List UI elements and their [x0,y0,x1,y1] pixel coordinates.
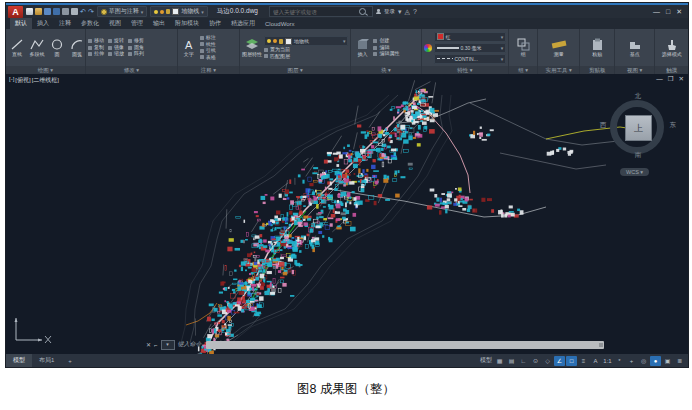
insert-block-tool[interactable]: 插入 [353,38,371,57]
stretch-tool[interactable]: 拉伸 [88,51,104,57]
viewcube[interactable]: 北 上 西 东 南 WCS ▾ [606,92,670,168]
tab-collaborate[interactable]: 协作 [204,18,226,29]
tab-parametric[interactable]: 参数化 [76,18,104,29]
panel-label-annotate[interactable]: 注释 ▾ [178,66,239,74]
scale-tool[interactable]: 缩放 [108,51,124,57]
model-space-badge[interactable]: 模型 [479,356,493,366]
redo-icon[interactable]: ↷ [88,8,94,15]
command-close-icon[interactable]: ✕ [146,341,151,348]
tab-annotate[interactable]: 注释 [54,18,76,29]
group-tool[interactable]: 组 [514,38,532,57]
add-layout-button[interactable]: + [61,354,79,367]
annotation-scale-icon[interactable]: 1:1 [602,356,613,366]
command-wrench-icon[interactable]: ⌐ [154,342,158,348]
search-input[interactable] [273,9,357,15]
command-customize-icon[interactable]: ▾ [161,340,175,350]
array-tool[interactable]: 阵列 [128,51,144,57]
panel-label-groups[interactable]: 组 ▾ [509,66,537,74]
new-file-icon[interactable] [26,8,33,15]
leader-tool[interactable]: 引线 [200,48,216,54]
make-current-tool[interactable]: 置为当前 [264,47,349,53]
close-button[interactable]: ✕ [676,8,682,16]
ortho-icon[interactable]: ∟ [518,356,529,366]
panel-label-view[interactable]: 视图 ▾ [615,66,654,74]
lineweight-icon[interactable]: ≡ [578,356,589,366]
move-tool[interactable]: 移动 [88,38,104,44]
isodraft-icon[interactable]: ◇ [542,356,553,366]
annotation-visibility-icon[interactable]: A [590,356,601,366]
arc-tool[interactable]: 圆弧 [68,38,85,57]
viewcube-west[interactable]: 西 [600,121,607,130]
print-icon[interactable] [71,8,78,15]
measure-tool[interactable]: 测量 [550,38,568,57]
panel-label-block[interactable]: 块 ▾ [351,66,420,74]
line-tool[interactable]: 直线 [8,38,26,57]
drawing-area[interactable]: [-] [俯视] [二维线框] — ❐ ✕ 北 上 西 东 南 WCS ▾ [6,74,688,354]
viewport-restore-button[interactable]: ❐ [668,75,674,83]
panel-label-layers[interactable]: 图层 ▾ [240,66,351,74]
tab-model[interactable]: 模型 [6,354,32,367]
viewport-style-control[interactable]: [二维线框] [32,76,59,85]
isolate-objects-icon[interactable]: ◎ [638,356,649,366]
polar-tracking-icon[interactable]: ⊙ [530,356,541,366]
save-icon[interactable] [44,8,51,15]
workspace-dropdown[interactable]: 草图与注释 ▾ [97,6,148,17]
app-logo-button[interactable]: A [8,6,23,18]
linetype-dropdown[interactable]: CONTIN... ▾ [434,54,507,64]
plot-icon[interactable] [62,8,69,15]
viewport-minimize-control[interactable]: [-] [9,76,14,85]
viewport-minimize-button[interactable]: — [656,75,663,83]
tab-addins[interactable]: 附加模块 [170,18,204,29]
help-icon[interactable]: ? [413,8,417,15]
base-point-tool[interactable]: 基点 [626,38,644,57]
tab-cloudworx[interactable]: CloudWorx [260,18,300,29]
crosshair-icon[interactable]: + [626,356,637,366]
search-icon[interactable] [359,8,366,15]
command-line[interactable]: ✕ ⌐ ▾ 键入命令 [146,339,604,350]
dimension-tool[interactable]: 标注 [200,35,216,41]
viewcube-top-face[interactable]: 上 [625,115,652,141]
share-icon[interactable]: ◬ [404,8,409,16]
layer-dropdown[interactable]: 地物线 ▾ [264,36,349,46]
open-folder-icon[interactable] [35,8,42,15]
customization-icon[interactable]: ≣ [674,356,685,366]
panel-label-utilities[interactable]: 实用工具 ▾ [538,66,579,74]
polyline-tool[interactable]: 多段线 [28,38,46,57]
lineweight-dropdown[interactable]: 0.30 毫米 ▾ [434,43,507,53]
viewcube-south[interactable]: 南 [635,151,642,160]
layer-properties-tool[interactable]: 图层特性 [242,38,262,57]
tab-output[interactable]: 输出 [148,18,170,29]
object-color-dropdown[interactable]: 红 ▾ [434,32,507,42]
command-input[interactable] [206,341,604,349]
object-snap-icon[interactable]: □ [566,356,577,366]
undo-icon[interactable]: ↶ [80,8,86,15]
maximize-button[interactable]: □ [666,8,670,16]
create-block-tool[interactable]: 创建 [373,38,399,44]
snap-mode-icon[interactable]: ▤ [506,356,517,366]
wcs-dropdown[interactable]: WCS ▾ [620,168,649,176]
paste-tool[interactable]: 粘贴 [588,38,606,57]
save-as-icon[interactable] [53,8,60,15]
clean-screen-icon[interactable]: ▣ [662,356,673,366]
viewcube-east[interactable]: 东 [670,121,677,130]
tab-home[interactable]: 默认 [10,18,32,29]
rotate-tool[interactable]: 旋转 [108,38,124,44]
panel-label-properties[interactable]: 特性 ▾ [422,66,509,74]
tab-insert[interactable]: 插入 [32,18,54,29]
tab-manage[interactable]: 管理 [126,18,148,29]
table-tool[interactable]: 表格 [200,55,216,61]
help-search-box[interactable] [269,6,373,17]
sign-in-button[interactable]: 登录 [384,8,395,15]
workspace-switch-icon[interactable]: * [614,356,625,366]
panel-label-modify[interactable]: 修改 ▾ [86,66,177,74]
selection-mode-tool[interactable]: 选择模式 [662,39,682,57]
viewport-close-button[interactable]: ✕ [679,75,684,83]
trim-tool[interactable]: 修剪 [128,38,144,44]
tab-featured-apps[interactable]: 精选应用 [226,18,260,29]
graphics-performance-icon[interactable]: ● [650,356,661,366]
circle-tool[interactable]: 圆 [48,38,66,57]
grid-icon[interactable]: ▦ [494,356,505,366]
text-tool[interactable]: A 文字 [180,38,198,57]
app-store-icon[interactable]: ▾ [398,8,402,16]
match-layer-tool[interactable]: 匹配图层 [264,54,349,60]
